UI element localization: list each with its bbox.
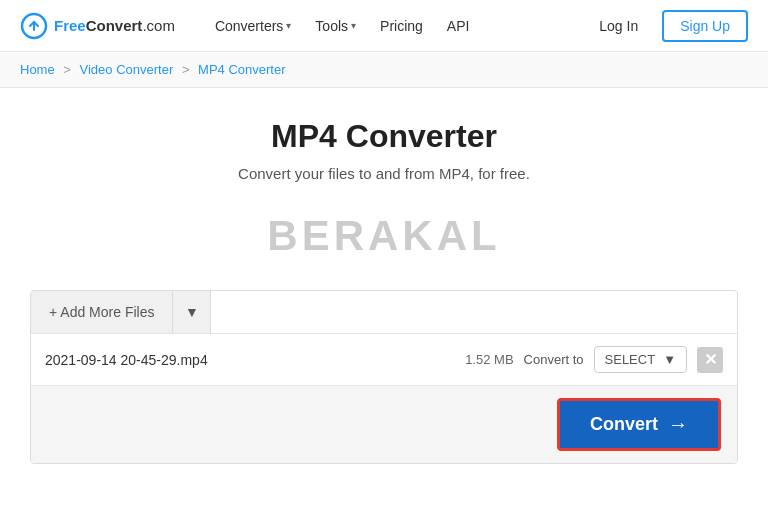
watermark-text: BERAKAL	[20, 212, 748, 260]
logo[interactable]: FreeFreeConvertConvert.com	[20, 12, 175, 40]
file-area: + Add More Files ▼ 2021-09-14 20-45-29.m…	[30, 290, 738, 464]
nav-api[interactable]: API	[437, 10, 480, 42]
breadcrumb-sep-2: >	[182, 62, 193, 77]
format-select[interactable]: SELECT ▼	[594, 346, 687, 373]
nav-tools[interactable]: Tools ▾	[305, 10, 366, 42]
logo-icon	[20, 12, 48, 40]
converters-chevron-icon: ▾	[286, 20, 291, 31]
convert-to-label: Convert to	[524, 352, 584, 367]
file-row: 2021-09-14 20-45-29.mp4 1.52 MB Convert …	[31, 333, 737, 385]
main-nav: Converters ▾ Tools ▾ Pricing API	[205, 10, 585, 42]
signup-button[interactable]: Sign Up	[662, 10, 748, 42]
tools-chevron-icon: ▾	[351, 20, 356, 31]
format-select-value: SELECT	[605, 352, 656, 367]
convert-button-label: Convert	[590, 414, 658, 435]
dropdown-chevron-icon: ▼	[185, 304, 199, 320]
file-name: 2021-09-14 20-45-29.mp4	[45, 352, 455, 368]
remove-icon: ✕	[704, 350, 717, 369]
breadcrumb-home[interactable]: Home	[20, 62, 55, 77]
format-select-chevron-icon: ▼	[663, 352, 676, 367]
add-files-dropdown-button[interactable]: ▼	[173, 291, 211, 333]
nav-converters[interactable]: Converters ▾	[205, 10, 301, 42]
convert-arrow-icon: →	[668, 413, 688, 436]
header-actions: Log In Sign Up	[585, 10, 748, 42]
breadcrumb-sep-1: >	[63, 62, 74, 77]
bottom-bar: Convert →	[31, 385, 737, 463]
breadcrumb-mp4-converter[interactable]: MP4 Converter	[198, 62, 285, 77]
nav-pricing[interactable]: Pricing	[370, 10, 433, 42]
page-title: MP4 Converter	[20, 118, 748, 155]
header: FreeFreeConvertConvert.com Converters ▾ …	[0, 0, 768, 52]
breadcrumb-video-converter[interactable]: Video Converter	[80, 62, 174, 77]
remove-file-button[interactable]: ✕	[697, 347, 723, 373]
add-more-files-button[interactable]: + Add More Files	[31, 291, 173, 333]
logo-text: FreeFreeConvertConvert.com	[54, 17, 175, 34]
convert-button[interactable]: Convert →	[557, 398, 721, 451]
breadcrumb: Home > Video Converter > MP4 Converter	[0, 52, 768, 88]
login-button[interactable]: Log In	[585, 12, 652, 40]
main-content: MP4 Converter Convert your files to and …	[0, 88, 768, 484]
page-subtitle: Convert your files to and from MP4, for …	[20, 165, 748, 182]
file-size: 1.52 MB	[465, 352, 513, 367]
file-toolbar: + Add More Files ▼	[31, 291, 737, 333]
